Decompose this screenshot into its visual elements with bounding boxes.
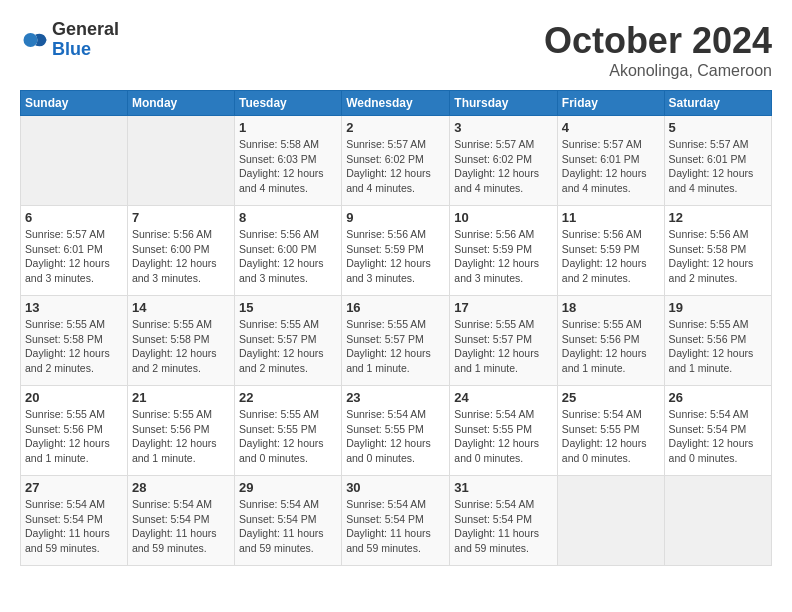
table-row: 2 Sunrise: 5:57 AM Sunset: 6:02 PM Dayli… <box>342 116 450 206</box>
table-row: 4 Sunrise: 5:57 AM Sunset: 6:01 PM Dayli… <box>557 116 664 206</box>
day-info: Sunrise: 5:54 AM Sunset: 5:55 PM Dayligh… <box>346 407 445 466</box>
day-info: Sunrise: 5:57 AM Sunset: 6:02 PM Dayligh… <box>454 137 553 196</box>
day-info: Sunrise: 5:55 AM Sunset: 5:58 PM Dayligh… <box>25 317 123 376</box>
day-info: Sunrise: 5:54 AM Sunset: 5:54 PM Dayligh… <box>25 497 123 556</box>
day-number: 17 <box>454 300 553 315</box>
logo-general-text: General <box>52 20 119 40</box>
svg-point-0 <box>24 33 38 47</box>
day-number: 30 <box>346 480 445 495</box>
day-info: Sunrise: 5:56 AM Sunset: 6:00 PM Dayligh… <box>239 227 337 286</box>
table-row: 25 Sunrise: 5:54 AM Sunset: 5:55 PM Dayl… <box>557 386 664 476</box>
day-info: Sunrise: 5:54 AM Sunset: 5:55 PM Dayligh… <box>454 407 553 466</box>
day-info: Sunrise: 5:55 AM Sunset: 5:57 PM Dayligh… <box>454 317 553 376</box>
day-number: 27 <box>25 480 123 495</box>
day-number: 11 <box>562 210 660 225</box>
day-info: Sunrise: 5:55 AM Sunset: 5:55 PM Dayligh… <box>239 407 337 466</box>
day-number: 6 <box>25 210 123 225</box>
table-row: 11 Sunrise: 5:56 AM Sunset: 5:59 PM Dayl… <box>557 206 664 296</box>
day-info: Sunrise: 5:55 AM Sunset: 5:56 PM Dayligh… <box>669 317 767 376</box>
day-info: Sunrise: 5:54 AM Sunset: 5:54 PM Dayligh… <box>669 407 767 466</box>
table-row: 15 Sunrise: 5:55 AM Sunset: 5:57 PM Dayl… <box>234 296 341 386</box>
day-number: 9 <box>346 210 445 225</box>
day-number: 22 <box>239 390 337 405</box>
table-row <box>21 116 128 206</box>
day-info: Sunrise: 5:55 AM Sunset: 5:57 PM Dayligh… <box>346 317 445 376</box>
day-number: 23 <box>346 390 445 405</box>
day-number: 14 <box>132 300 230 315</box>
table-row: 28 Sunrise: 5:54 AM Sunset: 5:54 PM Dayl… <box>127 476 234 566</box>
day-info: Sunrise: 5:55 AM Sunset: 5:56 PM Dayligh… <box>562 317 660 376</box>
logo-icon <box>20 26 48 54</box>
day-number: 8 <box>239 210 337 225</box>
day-info: Sunrise: 5:55 AM Sunset: 5:58 PM Dayligh… <box>132 317 230 376</box>
table-row: 8 Sunrise: 5:56 AM Sunset: 6:00 PM Dayli… <box>234 206 341 296</box>
table-row: 14 Sunrise: 5:55 AM Sunset: 5:58 PM Dayl… <box>127 296 234 386</box>
day-number: 19 <box>669 300 767 315</box>
day-info: Sunrise: 5:57 AM Sunset: 6:01 PM Dayligh… <box>25 227 123 286</box>
day-info: Sunrise: 5:55 AM Sunset: 5:56 PM Dayligh… <box>25 407 123 466</box>
header-saturday: Saturday <box>664 91 771 116</box>
day-info: Sunrise: 5:56 AM Sunset: 5:59 PM Dayligh… <box>454 227 553 286</box>
day-number: 15 <box>239 300 337 315</box>
table-row: 10 Sunrise: 5:56 AM Sunset: 5:59 PM Dayl… <box>450 206 558 296</box>
table-row: 26 Sunrise: 5:54 AM Sunset: 5:54 PM Dayl… <box>664 386 771 476</box>
header-thursday: Thursday <box>450 91 558 116</box>
day-number: 5 <box>669 120 767 135</box>
table-row: 13 Sunrise: 5:55 AM Sunset: 5:58 PM Dayl… <box>21 296 128 386</box>
day-number: 18 <box>562 300 660 315</box>
table-row: 17 Sunrise: 5:55 AM Sunset: 5:57 PM Dayl… <box>450 296 558 386</box>
table-row: 1 Sunrise: 5:58 AM Sunset: 6:03 PM Dayli… <box>234 116 341 206</box>
day-info: Sunrise: 5:55 AM Sunset: 5:57 PM Dayligh… <box>239 317 337 376</box>
header-tuesday: Tuesday <box>234 91 341 116</box>
table-row: 20 Sunrise: 5:55 AM Sunset: 5:56 PM Dayl… <box>21 386 128 476</box>
table-row: 27 Sunrise: 5:54 AM Sunset: 5:54 PM Dayl… <box>21 476 128 566</box>
table-row: 30 Sunrise: 5:54 AM Sunset: 5:54 PM Dayl… <box>342 476 450 566</box>
table-row: 24 Sunrise: 5:54 AM Sunset: 5:55 PM Dayl… <box>450 386 558 476</box>
header-sunday: Sunday <box>21 91 128 116</box>
day-number: 1 <box>239 120 337 135</box>
day-info: Sunrise: 5:56 AM Sunset: 5:59 PM Dayligh… <box>562 227 660 286</box>
day-info: Sunrise: 5:56 AM Sunset: 5:59 PM Dayligh… <box>346 227 445 286</box>
day-number: 13 <box>25 300 123 315</box>
location-title: Akonolinga, Cameroon <box>544 62 772 80</box>
table-row: 31 Sunrise: 5:54 AM Sunset: 5:54 PM Dayl… <box>450 476 558 566</box>
month-title: October 2024 <box>544 20 772 62</box>
logo: General Blue <box>20 20 119 60</box>
day-number: 21 <box>132 390 230 405</box>
header-friday: Friday <box>557 91 664 116</box>
day-number: 24 <box>454 390 553 405</box>
table-row: 22 Sunrise: 5:55 AM Sunset: 5:55 PM Dayl… <box>234 386 341 476</box>
table-row: 5 Sunrise: 5:57 AM Sunset: 6:01 PM Dayli… <box>664 116 771 206</box>
day-number: 20 <box>25 390 123 405</box>
table-row: 9 Sunrise: 5:56 AM Sunset: 5:59 PM Dayli… <box>342 206 450 296</box>
table-row <box>127 116 234 206</box>
day-info: Sunrise: 5:55 AM Sunset: 5:56 PM Dayligh… <box>132 407 230 466</box>
day-number: 31 <box>454 480 553 495</box>
table-row: 29 Sunrise: 5:54 AM Sunset: 5:54 PM Dayl… <box>234 476 341 566</box>
day-number: 28 <box>132 480 230 495</box>
logo-blue-text: Blue <box>52 40 119 60</box>
day-number: 4 <box>562 120 660 135</box>
day-number: 16 <box>346 300 445 315</box>
day-info: Sunrise: 5:57 AM Sunset: 6:02 PM Dayligh… <box>346 137 445 196</box>
day-number: 29 <box>239 480 337 495</box>
table-row: 12 Sunrise: 5:56 AM Sunset: 5:58 PM Dayl… <box>664 206 771 296</box>
day-number: 10 <box>454 210 553 225</box>
day-info: Sunrise: 5:58 AM Sunset: 6:03 PM Dayligh… <box>239 137 337 196</box>
day-info: Sunrise: 5:56 AM Sunset: 5:58 PM Dayligh… <box>669 227 767 286</box>
title-area: October 2024 Akonolinga, Cameroon <box>544 20 772 80</box>
day-number: 3 <box>454 120 553 135</box>
day-info: Sunrise: 5:54 AM Sunset: 5:54 PM Dayligh… <box>454 497 553 556</box>
day-info: Sunrise: 5:54 AM Sunset: 5:54 PM Dayligh… <box>132 497 230 556</box>
day-number: 25 <box>562 390 660 405</box>
table-row: 3 Sunrise: 5:57 AM Sunset: 6:02 PM Dayli… <box>450 116 558 206</box>
day-number: 2 <box>346 120 445 135</box>
day-info: Sunrise: 5:56 AM Sunset: 6:00 PM Dayligh… <box>132 227 230 286</box>
table-row: 7 Sunrise: 5:56 AM Sunset: 6:00 PM Dayli… <box>127 206 234 296</box>
calendar-table: Sunday Monday Tuesday Wednesday Thursday… <box>20 90 772 566</box>
table-row: 18 Sunrise: 5:55 AM Sunset: 5:56 PM Dayl… <box>557 296 664 386</box>
header-wednesday: Wednesday <box>342 91 450 116</box>
day-info: Sunrise: 5:54 AM Sunset: 5:54 PM Dayligh… <box>346 497 445 556</box>
header: General Blue October 2024 Akonolinga, Ca… <box>20 20 772 80</box>
table-row: 19 Sunrise: 5:55 AM Sunset: 5:56 PM Dayl… <box>664 296 771 386</box>
